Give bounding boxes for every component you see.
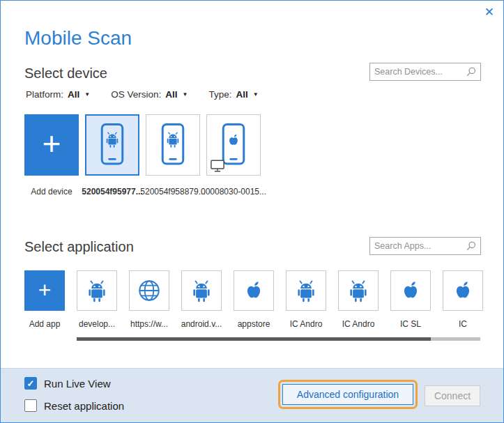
checkbox-checked-icon[interactable]: ✓: [24, 377, 37, 390]
app-list: + Add app develop... https://w... androi…: [24, 270, 483, 329]
device-tile-selected[interactable]: [85, 114, 139, 176]
app-item: IC: [443, 270, 483, 329]
chevron-down-icon[interactable]: ▼: [253, 91, 259, 98]
app-item: IC Andro: [338, 270, 379, 329]
device-list: + Add device 520054f95977... 520054f9588…: [24, 114, 261, 197]
app-name: android.v...: [181, 319, 222, 329]
device-tile[interactable]: [146, 114, 200, 176]
advanced-configuration-button[interactable]: Advanced configuration: [282, 384, 413, 405]
filter-value[interactable]: All: [236, 89, 247, 100]
app-tile[interactable]: [77, 270, 117, 311]
footer-bar: ✓ Run Live View Reset application Advanc…: [1, 368, 503, 422]
device-item: 520054f958879...: [146, 114, 200, 197]
app-tile[interactable]: [390, 270, 431, 311]
select-application-heading: Select application: [24, 239, 134, 255]
checkbox-unchecked-icon[interactable]: [24, 399, 37, 412]
android-phone-icon: [98, 123, 127, 167]
device-tile[interactable]: [206, 114, 261, 176]
connect-button[interactable]: Connect: [425, 385, 480, 406]
app-name: develop...: [79, 319, 115, 329]
highlight-ring: Advanced configuration: [278, 380, 418, 409]
android-app-icon: [84, 278, 109, 303]
add-device-item: + Add device: [24, 114, 79, 197]
android-app-icon: [293, 278, 319, 303]
os-version-filter-dropdown[interactable]: OS Version: All ▼: [111, 89, 188, 100]
add-device-label: Add device: [31, 187, 72, 197]
checkbox-label[interactable]: Run Live View: [44, 378, 111, 390]
plus-icon: +: [43, 128, 61, 160]
select-device-heading: Select device: [24, 66, 107, 82]
filter-value[interactable]: All: [68, 89, 79, 100]
filter-label: Platform:: [26, 89, 63, 100]
device-search-box: [369, 63, 481, 81]
run-live-view-checkbox-row[interactable]: ✓ Run Live View: [24, 377, 111, 390]
chevron-down-icon[interactable]: ▼: [183, 91, 188, 98]
ios-app-icon: [398, 278, 423, 303]
reset-application-checkbox-row[interactable]: Reset application: [24, 399, 124, 412]
ios-app-icon: [241, 278, 266, 303]
mobile-scan-dialog: ✕ Mobile Scan Select device Platform: Al…: [0, 0, 504, 423]
filter-value[interactable]: All: [165, 89, 177, 100]
platform-filter-dropdown[interactable]: Platform: All ▼: [26, 89, 90, 100]
app-item: develop...: [77, 270, 117, 329]
app-tile[interactable]: [181, 270, 222, 311]
android-app-icon: [346, 278, 371, 303]
filter-label: OS Version:: [111, 89, 161, 100]
app-item: android.v...: [181, 270, 222, 329]
app-item: https://w...: [129, 270, 169, 329]
app-name: https://w...: [130, 319, 168, 329]
ios-app-icon: [450, 278, 475, 303]
app-item: IC SL: [390, 270, 431, 329]
scrollbar-thumb[interactable]: [77, 337, 431, 341]
app-tile[interactable]: [129, 270, 169, 311]
device-name: 520054f958879...: [140, 187, 205, 197]
app-tile[interactable]: [234, 270, 274, 311]
device-filters: Platform: All ▼ OS Version: All ▼ Type: …: [26, 89, 259, 100]
app-tile[interactable]: [443, 270, 483, 311]
app-search-box: [369, 237, 481, 255]
close-icon[interactable]: ✕: [484, 6, 494, 18]
device-search-input[interactable]: [370, 67, 466, 77]
web-app-icon: [137, 278, 162, 303]
app-tile[interactable]: [338, 270, 379, 311]
search-icon[interactable]: [466, 240, 477, 252]
chevron-down-icon[interactable]: ▼: [84, 91, 90, 98]
add-app-label: Add app: [29, 319, 61, 329]
app-item: IC Andro: [286, 270, 326, 329]
device-name: 00008030-0015...: [201, 187, 266, 197]
add-app-item: + Add app: [24, 270, 65, 329]
app-name: IC Andro: [290, 319, 323, 329]
app-tile[interactable]: [286, 270, 326, 311]
app-search-input[interactable]: [370, 241, 466, 251]
device-item: 520054f95977...: [85, 114, 139, 197]
check-icon: ✓: [27, 379, 35, 388]
device-item: 00008030-0015...: [206, 114, 261, 197]
monitor-icon: [210, 159, 225, 173]
app-name: IC SL: [400, 319, 421, 329]
app-name: appstore: [238, 319, 270, 329]
filter-label: Type:: [208, 89, 231, 100]
checkbox-label[interactable]: Reset application: [44, 400, 124, 412]
android-phone-icon: [158, 123, 188, 167]
app-name: IC: [459, 319, 467, 329]
search-icon[interactable]: [466, 66, 477, 77]
add-app-button[interactable]: +: [24, 270, 65, 311]
page-title: Mobile Scan: [24, 27, 132, 49]
type-filter-dropdown[interactable]: Type: All ▼: [208, 89, 258, 100]
app-name: IC Andro: [342, 319, 375, 329]
plus-icon: +: [38, 279, 52, 301]
android-app-icon: [189, 278, 214, 303]
add-device-button[interactable]: +: [24, 114, 79, 176]
app-list-scrollbar[interactable]: [77, 337, 480, 341]
app-item: appstore: [234, 270, 274, 329]
device-name: 520054f95977...: [82, 187, 142, 197]
